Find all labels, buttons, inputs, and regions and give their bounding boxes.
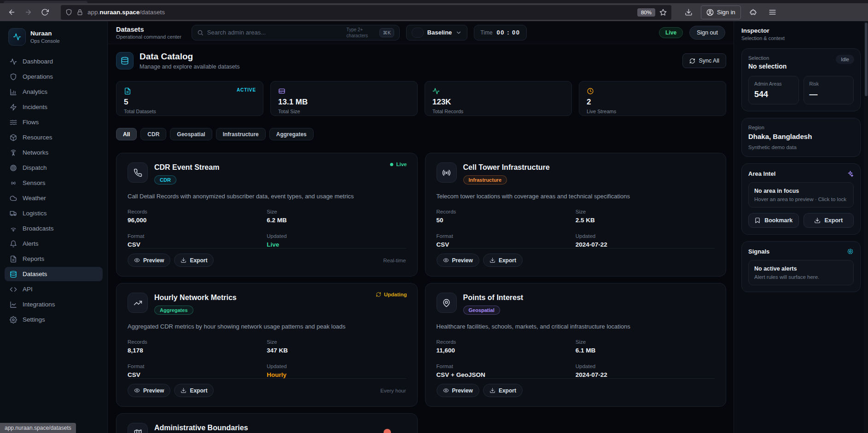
scenario-select[interactable]: Baseline: [406, 25, 467, 40]
preview-button[interactable]: Preview: [437, 254, 479, 267]
dataset-records: 8,178: [128, 347, 267, 354]
idle-status-badge: Idle: [836, 55, 854, 64]
sidebar-item-sensors[interactable]: Sensors: [5, 176, 103, 190]
page-subtitle: Operational command center: [116, 34, 181, 40]
selection-metrics: Admin Areas 544 Risk —: [748, 76, 854, 104]
dataset-footer: Preview Export Every hour: [128, 378, 406, 397]
export-button[interactable]: Export: [804, 213, 854, 228]
filter-chip-cdr[interactable]: CDR: [140, 128, 166, 140]
url-bar[interactable]: app.nuraan.space/datasets 80%: [61, 5, 671, 20]
download-icon: [181, 387, 186, 393]
browser-tabstrip: [0, 0, 868, 3]
eye-icon: [134, 257, 140, 263]
signals-card: Signals No active alerts Alert rules wil…: [741, 241, 861, 292]
filter-chip-all[interactable]: All: [116, 128, 137, 140]
gear-icon: [10, 316, 17, 323]
sidebar-item-weather[interactable]: Weather: [5, 191, 103, 205]
eye-icon: [443, 387, 449, 393]
live-dot: [390, 163, 393, 166]
content-area: Data Catalog Manage and explore availabl…: [108, 44, 734, 433]
stat-label: Total Size: [278, 109, 410, 114]
dataset-description: Telecom tower locations with coverage ar…: [437, 193, 715, 200]
page-title-block: Datasets Operational command center: [116, 26, 181, 40]
pulse-logo-icon: [13, 33, 21, 41]
search-input[interactable]: [207, 29, 343, 36]
download-icon: [814, 217, 821, 224]
sidebar-item-resources[interactable]: Resources: [5, 130, 103, 144]
sidebar-item-incidents[interactable]: Incidents: [5, 100, 103, 114]
sidebar-item-label: Operations: [23, 73, 53, 80]
waves-icon: [10, 119, 17, 126]
signout-button[interactable]: Sign out: [689, 26, 725, 40]
sidebar-item-alerts[interactable]: Alerts: [5, 237, 103, 251]
export-button[interactable]: Export: [483, 384, 523, 397]
truck-icon: [10, 210, 17, 217]
download-icon: [489, 257, 495, 263]
reload-icon[interactable]: [38, 6, 52, 19]
filter-chip-infrastructure[interactable]: Infrastructure: [216, 128, 266, 140]
dataset-category-badge: Infrastructure: [463, 175, 507, 185]
eye-icon: [443, 257, 449, 263]
sidebar-item-logistics[interactable]: Logistics: [5, 206, 103, 220]
search-box[interactable]: Type 2+ characters ⌘K: [192, 25, 400, 40]
zoom-level-badge[interactable]: 80%: [637, 8, 655, 17]
sidebar-item-flows[interactable]: Flows: [5, 115, 103, 129]
sidebar-item-integrations[interactable]: Integrations: [5, 297, 103, 312]
mini-chart-icon: [412, 28, 424, 38]
region-label: Region: [748, 125, 854, 130]
menu-icon[interactable]: [766, 6, 780, 19]
dataset-size: 347 KB: [267, 347, 406, 354]
filter-chip-aggregates[interactable]: Aggregates: [269, 128, 314, 140]
dataset-title: Cell Tower Infrastructure: [463, 162, 550, 172]
dataset-records: 11,600: [437, 347, 576, 354]
sidebar-item-reports[interactable]: Reports: [5, 252, 103, 266]
catalog-icon-box: [116, 52, 134, 69]
live-badge: Live: [659, 27, 683, 38]
stat-label: Live Streams: [587, 109, 718, 114]
clock-icon: [587, 87, 594, 95]
sidebar-item-label: Settings: [23, 316, 45, 323]
package-icon: [10, 134, 17, 141]
inspector-panel: Inspector Selection & context Idle Selec…: [734, 21, 868, 433]
export-button[interactable]: Export: [483, 254, 523, 267]
dataset-updated: Hourly: [267, 371, 406, 378]
sync-all-button[interactable]: Sync All: [682, 53, 726, 68]
scrollbar[interactable]: [864, 21, 868, 433]
preview-button[interactable]: Preview: [437, 384, 479, 397]
preview-button[interactable]: Preview: [128, 384, 170, 397]
sidebar-item-operations[interactable]: Operations: [5, 69, 103, 84]
scrollbar-thumb[interactable]: [865, 23, 868, 96]
sidebar-item-networks[interactable]: Networks: [5, 145, 103, 160]
extensions-icon[interactable]: [746, 6, 760, 19]
sidebar-item-label: Incidents: [23, 104, 47, 110]
dataset-footer: Preview Export: [437, 248, 715, 267]
bookmark-star-icon[interactable]: [659, 9, 667, 16]
lock-icon[interactable]: [76, 9, 83, 16]
downloads-icon[interactable]: [682, 6, 695, 19]
dataset-records: 50: [437, 217, 576, 224]
sidebar-item-dispatch[interactable]: Dispatch: [5, 161, 103, 175]
forward-icon[interactable]: [21, 6, 35, 19]
browser-signin-button[interactable]: Sign in: [701, 6, 741, 19]
sidebar-item-api[interactable]: API: [5, 282, 103, 296]
selection-card: Idle Selection No selection Admin Areas …: [741, 48, 861, 111]
filter-chip-geospatial[interactable]: Geospatial: [170, 128, 212, 140]
bookmark-button[interactable]: Bookmark: [748, 213, 799, 228]
dataset-note: Real-time: [383, 258, 406, 263]
sidebar-item-broadcasts[interactable]: Broadcasts: [5, 221, 103, 236]
dataset-card-cdr-event-stream: Live CDR Event Stream CDR Call Detail Re…: [116, 153, 418, 277]
sidebar-item-analytics[interactable]: Analytics: [5, 85, 103, 99]
stat-label: Total Records: [432, 109, 564, 114]
back-icon[interactable]: [5, 6, 18, 19]
sidebar-item-datasets[interactable]: Datasets: [5, 267, 103, 281]
preview-button[interactable]: Preview: [128, 254, 170, 267]
bar-chart-icon: [10, 88, 17, 96]
tracking-shield-icon[interactable]: [65, 9, 72, 16]
sidebar-item-dashboard[interactable]: Dashboard: [5, 54, 103, 69]
sidebar: Nuraan Ops Console DashboardOperationsAn…: [0, 21, 108, 433]
export-button[interactable]: Export: [174, 254, 214, 267]
sidebar-item-settings[interactable]: Settings: [5, 312, 103, 327]
status-url-tooltip: app.nuraan.space/datasets: [0, 423, 76, 433]
export-button[interactable]: Export: [174, 384, 214, 397]
browser-tab[interactable]: [4, 1, 87, 3]
